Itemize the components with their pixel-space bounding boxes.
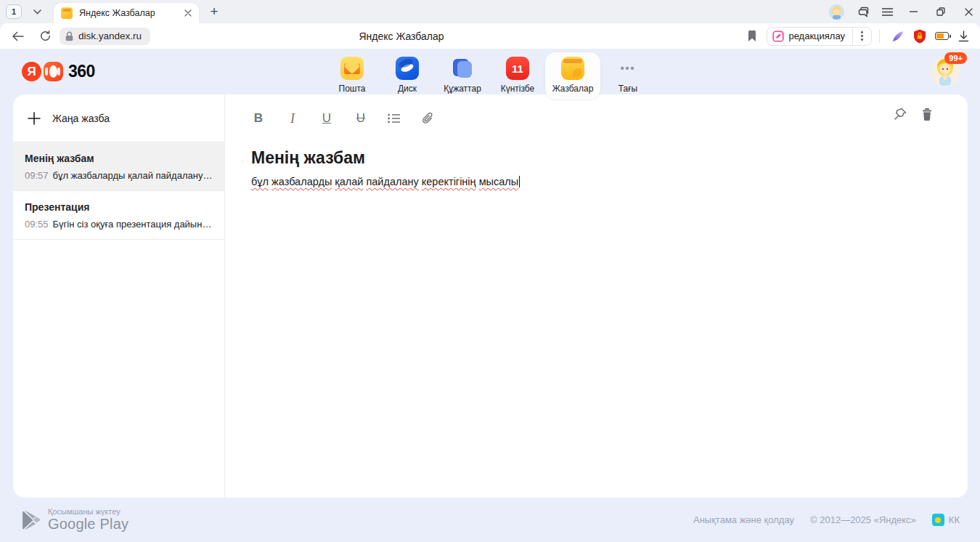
tab-list-chevron-button[interactable] (28, 4, 46, 20)
app-item-mail[interactable]: Пошта (324, 52, 380, 99)
delete-note-button[interactable] (921, 108, 933, 121)
note-title[interactable]: Менің жазбам (251, 148, 952, 168)
tabs-panel-button[interactable] (857, 7, 869, 17)
bullet-list-icon (388, 113, 400, 124)
notes-app-card: Жаңа жазба Менің жазбам 09:57 бұл жазбал… (13, 94, 968, 498)
note-item-time: 09:57 (25, 170, 49, 181)
help-support-link[interactable]: Анықтама және қолдау (693, 514, 794, 525)
copyright-text: © 2012—2025 «Яндекс» (810, 514, 916, 525)
user-avatar[interactable]: 99+ (931, 57, 960, 86)
app-label: Құжаттар (444, 84, 481, 94)
protect-shield-button[interactable] (909, 27, 931, 46)
google-play-icon (22, 510, 41, 530)
format-toolbar: B I U U (251, 108, 952, 129)
battery-indicator[interactable] (931, 27, 952, 46)
more-apps-icon: ••• (616, 57, 640, 80)
downloads-button[interactable] (952, 27, 974, 46)
quill-icon (891, 30, 905, 43)
app-item-more[interactable]: ••• Тағы (600, 52, 656, 99)
yandex360-header: Я 360 Пошта Диск Құжаттар 11 Күнтізбе Жа… (0, 49, 980, 94)
browser-tab-active[interactable]: Яндекс Жазбалар (54, 3, 199, 23)
language-code: КК (949, 514, 960, 525)
paperclip-icon (422, 112, 434, 125)
pin-note-button[interactable] (894, 108, 907, 121)
reload-icon (40, 31, 51, 41)
text-caret (519, 176, 520, 187)
underline-button[interactable]: U (319, 111, 334, 126)
yandex-logo-icon: Я (22, 62, 41, 81)
app-label: Тағы (618, 84, 637, 94)
app-label: Пошта (339, 84, 366, 94)
bookmark-icon (748, 31, 756, 41)
italic-button[interactable]: I (285, 111, 300, 126)
mail-app-icon (340, 57, 364, 80)
documents-app-icon (451, 57, 474, 80)
side-panel-icon (857, 7, 869, 17)
toolbar-separator (879, 30, 880, 43)
app-label: Жазбалар (552, 84, 594, 94)
download-icon (958, 31, 969, 42)
google-play-label: Google Play (48, 516, 128, 533)
window-close-button[interactable] (961, 8, 976, 16)
pin-icon (894, 108, 907, 121)
browser-profile-avatar[interactable] (829, 4, 844, 20)
notes-favicon-icon (61, 7, 73, 19)
app-switcher: Пошта Диск Құжаттар 11 Күнтізбе Жазбалар… (324, 52, 656, 99)
attach-button[interactable] (422, 112, 436, 125)
note-item-snippet: бұл жазбаларды қалай пайдалану ке... (53, 170, 213, 181)
bullet-list-button[interactable] (388, 113, 402, 124)
new-tab-button[interactable]: + (205, 2, 224, 21)
edit-mode-button[interactable]: редакциялау (767, 31, 852, 42)
browser-tabstrip: 1 Яндекс Жазбалар + (0, 0, 980, 23)
avatar-girl-icon (829, 4, 844, 20)
copilot-button[interactable] (887, 27, 909, 46)
page-footer: Қосымшаны жүктеу Google Play Анықтама жә… (0, 498, 980, 542)
window-minimize-button[interactable] (906, 11, 920, 12)
back-arrow-icon (12, 31, 24, 41)
bold-button[interactable]: B (251, 111, 266, 126)
note-editor: B I U U Менің жазбам бұл жа (225, 94, 968, 498)
trash-icon (921, 108, 933, 121)
app-item-calendar[interactable]: 11 Күнтізбе (490, 52, 545, 99)
notes-sidebar: Жаңа жазба Менің жазбам 09:57 бұл жазбал… (13, 94, 225, 498)
tab-title: Яндекс Жазбалар (79, 8, 180, 18)
app-label: Күнтізбе (501, 84, 535, 94)
tab-close-button[interactable] (184, 9, 192, 17)
main-content: Жаңа жазба Менің жазбам 09:57 бұл жазбал… (0, 94, 980, 498)
edit-pill-menu-button[interactable] (852, 28, 871, 45)
app-item-documents[interactable]: Құжаттар (435, 52, 490, 99)
app-item-notes-active[interactable]: Жазбалар (545, 52, 600, 99)
hamburger-menu-icon (882, 8, 893, 16)
note-item-time: 09:55 (25, 219, 49, 230)
yandex360-o-icon (44, 62, 63, 81)
shield-lock-icon (913, 29, 926, 44)
notifications-badge: 99+ (944, 52, 967, 64)
note-item-snippet: Бүгін сіз оқуға презентация дайында... (53, 219, 213, 230)
kazakhstan-flag-icon (932, 514, 944, 526)
note-list-item-selected[interactable]: Менің жазбам 09:57 бұл жазбаларды қалай … (13, 142, 224, 191)
google-play-link[interactable]: Қосымшаны жүктеу Google Play (22, 507, 128, 533)
url-field[interactable]: disk.yandex.ru (60, 28, 150, 45)
edit-mode-label: редакциялау (788, 31, 845, 41)
browser-menu-button[interactable] (882, 8, 893, 16)
edit-pencil-icon (772, 31, 784, 42)
app-item-disk[interactable]: Диск (380, 52, 435, 99)
new-note-button[interactable]: Жаңа жазба (13, 94, 224, 142)
yandex360-logo[interactable]: Я 360 (22, 62, 95, 81)
reload-button[interactable] (35, 27, 55, 46)
note-body-text: бұл жазбаларды қалай пайдалану керектігі… (251, 176, 518, 187)
note-list-item[interactable]: Презентация 09:55 Бүгін сіз оқуға презен… (13, 191, 224, 240)
note-body[interactable]: бұл жазбаларды қалай пайдалану керектігі… (251, 176, 952, 187)
app-label: Диск (398, 84, 417, 94)
back-button[interactable] (7, 27, 28, 46)
language-switcher[interactable]: КК (932, 514, 960, 526)
battery-icon (935, 32, 949, 40)
window-restore-button[interactable] (934, 7, 948, 16)
bookmark-button[interactable] (748, 31, 756, 41)
logo-360-text: 360 (68, 62, 95, 81)
close-icon (965, 8, 973, 16)
strikethrough-button[interactable]: U (354, 111, 368, 126)
url-text: disk.yandex.ru (78, 31, 142, 41)
tab-counter-button[interactable]: 1 (6, 4, 22, 19)
browser-addressbar: disk.yandex.ru Яндекс Жазбалар редакциял… (0, 23, 980, 49)
